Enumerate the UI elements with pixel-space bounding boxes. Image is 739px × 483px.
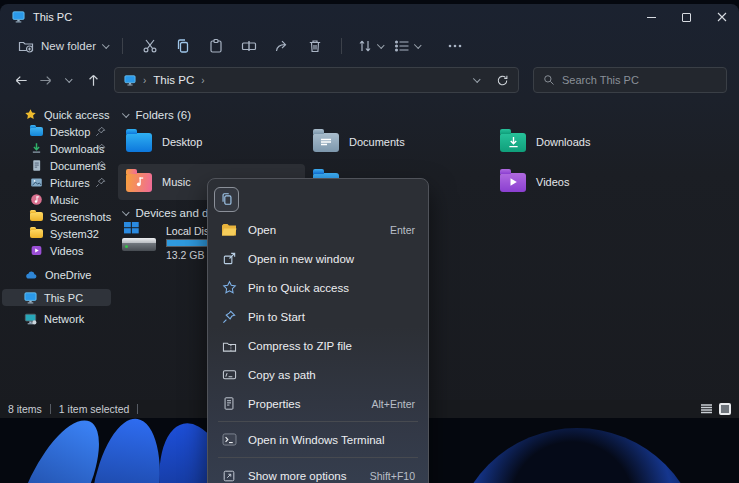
rename-button[interactable] [235,34,262,58]
share-button[interactable] [268,34,295,58]
menu-item-pin-quick-access[interactable]: Pin to Quick access [212,273,424,302]
navigation-pane: Quick access Desktop Downloads Documents… [0,98,113,400]
folder-icon [500,173,526,192]
more-options-button[interactable] [441,34,468,58]
breadcrumb-this-pc[interactable]: This PC [153,74,194,86]
sort-button[interactable] [357,38,384,54]
folder-icon [313,133,339,152]
collapse-icon [122,110,129,117]
window-title: This PC [33,11,72,23]
delete-button[interactable] [301,34,328,58]
item-count: 8 items [8,403,42,415]
sidebar-item-documents[interactable]: Documents [2,157,111,174]
sidebar-item-this-pc[interactable]: This PC [2,289,111,306]
pin-outline-icon [221,310,237,324]
details-view-button[interactable] [700,403,713,415]
tile-videos[interactable]: Videos [492,164,679,200]
picture-icon [30,176,43,189]
search-input[interactable]: Search This PC [533,67,727,93]
network-icon [24,313,37,325]
this-pc-icon [124,75,136,86]
copy-button[interactable] [169,34,196,58]
view-button[interactable] [394,38,421,54]
menu-item-open[interactable]: Open Enter [212,215,424,244]
pin-icon [95,143,106,154]
folder-icon [126,173,152,192]
sidebar-item-pictures[interactable]: Pictures [2,174,111,191]
folder-icon [126,133,152,152]
sidebar-item-videos[interactable]: Videos [2,242,111,259]
search-placeholder: Search This PC [562,74,639,86]
sidebar-item-quick-access[interactable]: Quick access [2,106,111,123]
new-folder-button[interactable]: New folder [14,38,112,54]
cut-button[interactable] [136,34,163,58]
sidebar-item-network[interactable]: Network [2,310,111,327]
sidebar-item-downloads[interactable]: Downloads [2,140,111,157]
folder-icon [500,133,526,152]
menu-item-copy-as-path[interactable]: Copy as path [212,360,424,389]
hard-drive-icon [122,222,158,252]
context-menu: Open Enter Open in new window Pin to Qui… [207,178,429,483]
sidebar-item-system32[interactable]: System32 [2,225,111,242]
paste-button[interactable] [202,34,229,58]
status-divider [50,404,51,414]
up-button[interactable] [82,68,104,92]
menu-item-show-more-options[interactable]: Show more options Shift+F10 [212,461,424,483]
chevron-down-icon [378,41,385,48]
breadcrumb-separator: › [201,75,204,86]
folders-section-header[interactable]: Folders (6) [123,108,739,122]
titlebar[interactable]: This PC [0,4,739,30]
new-folder-icon [18,38,34,54]
menu-item-compress-zip[interactable]: Compress to ZIP file [212,331,424,360]
thumbnail-view-button[interactable] [719,403,731,415]
forward-button[interactable] [34,68,56,92]
toolbar-divider [122,38,123,54]
status-divider [137,404,138,414]
maximize-button[interactable] [669,4,704,30]
pin-icon [95,126,106,137]
pin-icon [95,177,106,188]
sidebar-item-desktop[interactable]: Desktop [2,123,111,140]
video-icon [30,244,43,257]
toolbar-divider [341,38,342,54]
wallpaper-bloom [452,428,702,483]
sidebar-item-music[interactable]: Music [2,191,111,208]
sidebar-item-onedrive[interactable]: OneDrive [2,266,111,283]
pin-icon [95,160,106,171]
refresh-button[interactable] [496,74,509,87]
path-icon [221,368,237,381]
view-icon [394,38,410,54]
download-icon [30,142,43,155]
drive-usage-bar [166,239,213,247]
star-outline-icon [221,280,237,295]
address-dropdown-icon[interactable] [473,75,480,82]
recent-locations-button[interactable] [58,68,80,92]
close-button[interactable] [704,4,739,30]
sidebar-item-screenshots[interactable]: Screenshots [2,208,111,225]
chevron-down-icon [102,41,109,48]
back-button[interactable] [10,68,32,92]
menu-item-open-windows-terminal[interactable]: Open in Windows Terminal [212,425,424,454]
star-icon [24,108,37,121]
menu-divider [218,457,418,458]
menu-divider [218,421,418,422]
selection-count: 1 item selected [59,403,130,415]
address-input[interactable]: › This PC › [114,67,519,93]
music-icon [30,193,43,206]
devices-section-header[interactable]: Devices and dri [123,206,215,220]
breadcrumb-separator: › [143,75,146,86]
this-pc-icon [12,11,25,23]
tile-downloads[interactable]: Downloads [492,124,679,160]
minimize-button[interactable] [634,4,669,30]
copy-quick-action[interactable] [214,187,239,212]
collapse-icon [122,208,129,215]
open-folder-icon [221,223,237,237]
tile-documents[interactable]: Documents [305,124,492,160]
command-toolbar: New folder [0,30,739,62]
menu-item-open-new-window[interactable]: Open in new window [212,244,424,273]
sort-icon [357,38,373,54]
menu-item-properties[interactable]: Properties Alt+Enter [212,389,424,418]
tile-desktop[interactable]: Desktop [118,124,305,160]
menu-item-pin-start[interactable]: Pin to Start [212,302,424,331]
chevron-down-icon [414,41,421,48]
